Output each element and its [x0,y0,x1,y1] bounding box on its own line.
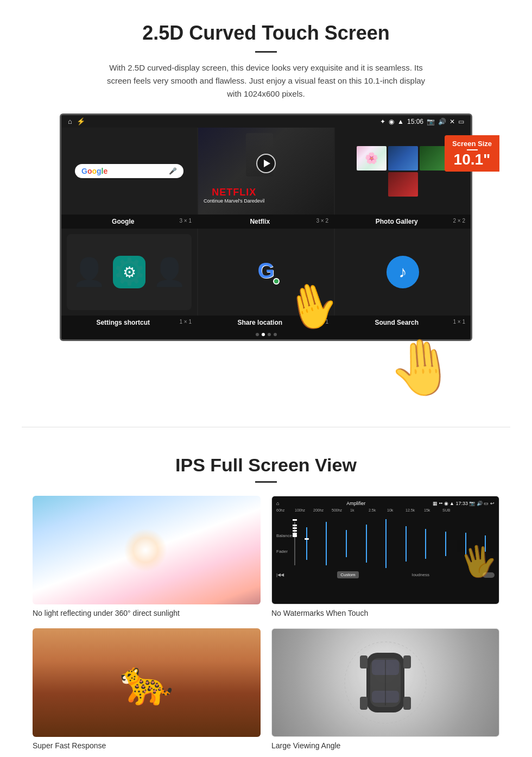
eq-slider-3[interactable] [346,530,347,557]
settings-app-cell[interactable]: ⚙ 👤 👤 ⚙ [61,229,197,316]
ips-image-grid: No light reflecting under 360° direct su… [33,496,499,750]
amplifier-caption: No Watermarks When Touch [271,609,499,617]
netflix-info: NETFLIX Continue Marvel's Daredevil [204,187,264,204]
dot-3[interactable] [268,333,271,336]
svg-rect-7 [360,697,368,710]
amp-custom-button[interactable]: Custom [337,571,359,578]
eq-slider-2[interactable] [326,522,327,565]
netflix-subtitle: Continue Marvel's Daredevil [204,198,264,204]
cheetah-background: 🐆 [33,628,261,737]
gallery-label: Photo Gallery 2 × 2 [335,217,471,226]
cheetah-image: 🐆 [33,628,261,737]
amp-loudness-label: loudness [412,572,429,577]
share-location-cell[interactable]: G 🤚 [198,229,334,316]
ips-title-divider [255,481,277,483]
app-label-row-bottom: Settings shortcut 1 × 1 Share location 1… [61,316,471,330]
cheetah-image-item: 🐆 Super Fast Response [33,628,261,750]
mic-icon[interactable]: 🎤 [169,167,177,175]
amp-balance-label: Balance [276,533,293,538]
eq-slider-6[interactable] [406,526,407,562]
amp-back-icon[interactable]: |◀◀ [276,572,284,577]
sun-flare [124,528,167,572]
dot-2[interactable] [262,333,265,336]
gallery-thumb-1: 🌸 [357,146,387,171]
status-right: ✦ ◉ ▲ 15:06 📷 🔊 ✕ ▭ [380,118,464,125]
settings-app-name: Settings shortcut [96,319,150,326]
status-bar: ⌂ ⚡ ✦ ◉ ▲ 15:06 📷 🔊 ✕ ▭ [61,115,471,128]
amplifier-screen: ⌂ Amplifier ▦ •• ◉ ▲ 17:33 📷 🔊 ▭ ↩ 60hz … [272,496,499,604]
gallery-app-size: 2 × 2 [453,218,465,224]
section-curved: 2.5D Curved Touch Screen With 2.5D curve… [0,0,532,416]
eq-slider-4[interactable] [366,525,367,563]
sound-icon-wrap: ♪ [387,256,419,288]
settings-label: Settings shortcut 1 × 1 [61,318,197,327]
amplifier-image: ⌂ Amplifier ▦ •• ◉ ▲ 17:33 📷 🔊 ▭ ↩ 60hz … [271,496,499,604]
netflix-app-name: Netflix [250,218,270,225]
car-caption: Large Viewing Angle [271,741,499,750]
eq-slider-8[interactable] [445,532,446,556]
netflix-app-size: 3 × 2 [316,218,328,224]
google-label: Google 3 × 1 [61,217,197,226]
netflix-app-cell[interactable]: NETFLIX Continue Marvel's Daredevil [198,128,334,215]
amp-top-bar: ⌂ Amplifier ▦ •• ◉ ▲ 17:33 📷 🔊 ▭ ↩ [276,501,495,506]
svg-rect-5 [360,655,368,668]
section-ips: IPS Full Screen View No light reflecting… [0,438,532,757]
wifi-icon: ▲ [397,118,404,125]
gallery-thumb-2 [388,146,418,171]
eq-slider-7[interactable] [425,529,426,559]
amp-hand-icon: 🖐 [457,541,499,582]
window-icon[interactable]: ▭ [458,118,464,125]
section-divider-line [22,427,510,427]
amp-time: 17:33 [455,501,468,506]
app-label-row-top: Google 3 × 1 Netflix 3 × 2 Photo Gallery… [61,215,471,229]
title-divider [255,51,277,53]
status-time: 15:06 [407,118,423,125]
close-icon[interactable]: ✕ [449,118,455,125]
google-app-name: Google [112,218,134,225]
sound-search-cell[interactable]: ♪ [335,229,471,316]
sound-label: Sound Search 1 × 1 [335,318,471,327]
google-logo: Google [81,167,107,175]
device-wrapper: Screen Size 10.1" ⌂ ⚡ ✦ ◉ ▲ 15:06 📷 🔊 ✕ [33,113,499,400]
badge-size: 10.1" [452,152,492,167]
settings-app-size: 1 × 1 [179,319,192,325]
app-grid-top: Google 🎤 NETFLIX C [61,128,471,215]
dot-4[interactable] [274,333,277,336]
usb-icon: ⚡ [77,117,85,125]
dot-1[interactable] [256,333,259,336]
netflix-play-button[interactable] [256,154,276,173]
share-label: Share location 1 × 1 [198,318,334,327]
device-screen: ⌂ ⚡ ✦ ◉ ▲ 15:06 📷 🔊 ✕ ▭ [60,113,472,341]
car-background [272,629,499,736]
amp-fader-label: Fader [276,549,293,554]
cheetah-emoji: 🐆 [119,657,174,708]
google-search-bar[interactable]: Google 🎤 [75,164,183,178]
amp-title: Amplifier [346,501,365,506]
google-app-size: 3 × 1 [179,218,192,224]
google-app-cell[interactable]: Google 🎤 [61,128,197,215]
status-left: ⌂ ⚡ [68,117,85,125]
volume-icon: 🔊 [438,118,446,125]
sound-app-size: 1 × 1 [453,319,465,325]
gallery-thumb-4 [388,172,418,197]
svg-rect-6 [403,655,411,668]
svg-rect-8 [403,697,411,710]
car-image-item: Large Viewing Angle [271,628,499,750]
amp-icons: ▦ •• ◉ ▲ 17:33 📷 🔊 ▭ ↩ [433,501,495,506]
share-app-name: Share location [237,319,282,326]
eq-slider-1[interactable] [306,527,307,560]
home-icon[interactable]: ⌂ [68,117,72,125]
share-app-size: 1 × 1 [316,319,328,325]
badge-divider [467,149,478,150]
car-top-view-svg [342,639,429,726]
eq-slider-5[interactable] [385,519,387,568]
cheetah-caption: Super Fast Response [33,741,261,750]
car-image [271,628,499,737]
camera-icon: 📷 [427,118,435,125]
location-icon: ◉ [389,118,394,125]
music-note-icon: ♪ [399,263,407,281]
app-grid-bottom: ⚙ 👤 👤 ⚙ G [61,229,471,316]
netflix-label: Netflix 3 × 2 [198,217,334,226]
gallery-app-name: Photo Gallery [376,218,418,225]
amp-home-icon: ⌂ [276,501,279,506]
